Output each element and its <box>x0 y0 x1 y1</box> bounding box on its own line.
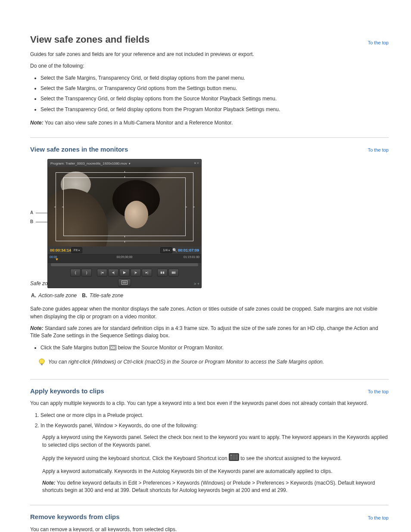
lightbulb-icon <box>39 358 47 368</box>
list-item: Select the Safe Margins, Transparency Gr… <box>40 75 389 82</box>
list-item: Select the Transparency Grid, or field d… <box>40 106 389 113</box>
to-top-link-3[interactable]: To the top <box>368 389 389 395</box>
export-frame-button[interactable] <box>118 279 131 286</box>
to-top-link-2[interactable]: To the top <box>368 147 389 154</box>
do-one-paragraph: Do one of the following: <box>30 62 389 70</box>
kw-note: Note: You define keyword defaults in Edi… <box>42 479 389 495</box>
divider <box>30 505 389 505</box>
transport-controls: { } |◂ ◂| ▶ |▸ ▸| <box>48 267 201 277</box>
go-to-out-button[interactable]: ▸| <box>142 269 152 277</box>
step-forward-button[interactable]: |▸ <box>131 269 141 277</box>
zoom-dropdown[interactable]: 1/4 <box>160 247 172 253</box>
svg-rect-2 <box>172 271 173 274</box>
intro-paragraph: Guides for safe zones and fields are for… <box>30 51 389 58</box>
step-back-button[interactable]: ◂| <box>108 269 118 277</box>
kw-apply-auto: Apply a keyword automatically. Keywords … <box>42 468 389 475</box>
program-monitor-panel: Program: Trailer_0003_nocredits_1920x108… <box>47 159 202 288</box>
magnify-icon[interactable] <box>172 248 178 253</box>
svg-rect-10 <box>124 283 125 283</box>
divider <box>30 379 389 380</box>
kw-step-2: In the Keywords panel, Window > Keywords… <box>40 422 389 429</box>
note-label: Note: <box>30 325 44 331</box>
lift-button[interactable] <box>157 269 168 277</box>
note-text: You can also view safe zones in a Multi-… <box>45 120 233 126</box>
svg-point-24 <box>230 455 231 456</box>
play-button[interactable]: ▶ <box>119 269 130 277</box>
svg-rect-0 <box>161 271 162 274</box>
tip: You can right-click (Windows) or Ctrl-cl… <box>39 358 389 368</box>
svg-rect-5 <box>122 280 128 284</box>
program-monitor-figure: A B Program: Trailer_0003_nocredits_1920… <box>30 159 389 277</box>
kw-intro: You can apply multiple keywords to a cli… <box>30 400 389 407</box>
svg-rect-1 <box>163 271 164 274</box>
kw-step-1: Select one or more clips in a Prelude pr… <box>40 412 389 419</box>
note-2: Note: Standard safe zones are for standa… <box>30 325 389 340</box>
monitor-title-text: Program: Trailer_0003_nocredits_1920x108… <box>50 161 131 166</box>
section-heading-safezones: View safe zones in the monitors <box>30 145 128 154</box>
svg-rect-3 <box>173 271 174 274</box>
mark-out-button[interactable]: } <box>81 269 92 277</box>
tip-text: You can right-click (Windows) or Ctrl-cl… <box>48 358 324 366</box>
divider <box>30 137 389 138</box>
timecode-left[interactable]: 00:00:34:14 <box>50 248 71 253</box>
page-title: View safe zones and fields <box>30 33 149 47</box>
svg-rect-8 <box>125 282 126 283</box>
svg-rect-16 <box>41 364 43 364</box>
svg-rect-9 <box>123 283 124 283</box>
safe-options-list: Select the Safe Margins, Transparency Gr… <box>30 75 389 114</box>
safezone-desc: Safe-zone guides appear when the monitor… <box>30 305 389 320</box>
safe-margin-step: Click the Safe Margins button below the … <box>40 344 389 352</box>
svg-rect-17 <box>41 364 43 365</box>
monitor-infobar: 00:00:34:14 Fit 1/4 00:01:07:09 <box>48 246 201 254</box>
ruler-label-right: 01:15:01:00 <box>184 255 199 259</box>
svg-rect-4 <box>175 271 176 274</box>
list-item: Select the Transparency Grid, or field d… <box>40 95 389 103</box>
go-to-in-button[interactable]: |◂ <box>97 269 107 277</box>
note-1: Note: You can also view safe zones in a … <box>30 119 389 127</box>
to-top-link-4[interactable]: To the top <box>368 515 389 522</box>
remove-intro: You can remove a keyword, or all keyword… <box>30 526 389 532</box>
zoom-scrollbar[interactable] <box>48 262 201 267</box>
safe-margins-icon <box>109 345 116 352</box>
monitor-viewport <box>48 167 201 246</box>
list-item: Select the Safe Margins, or Transparency… <box>40 85 389 92</box>
ruler-label-center: 00;05;00;00 <box>117 255 133 259</box>
time-ruler[interactable]: 00:00 00;05;00;00 01:15:01:00 <box>48 254 201 262</box>
kw-apply-panel: Apply a keyword using the Keywords panel… <box>42 434 389 449</box>
note-label: Note: <box>30 120 44 126</box>
svg-rect-6 <box>123 282 124 283</box>
section-heading-remove: Remove keywords from clips <box>30 512 120 522</box>
fit-dropdown[interactable]: Fit <box>71 247 82 253</box>
kw-apply-shortcut: Apply the keyword using the keyboard sho… <box>42 453 389 463</box>
mark-in-button[interactable]: { <box>70 269 81 277</box>
figure-key: A. Action-safe zone B. Title-safe zone <box>30 292 389 299</box>
to-top-link-1[interactable]: To the top <box>368 40 389 47</box>
note-text: Standard safe zones are for standard def… <box>30 325 378 339</box>
title-safe-overlay <box>63 177 186 236</box>
section-heading-keywords: Apply keywords to clips <box>30 386 104 396</box>
panel-menu-icon[interactable]: ▾ ≡ <box>194 161 199 165</box>
extract-button[interactable] <box>168 269 179 277</box>
svg-rect-7 <box>124 282 125 283</box>
monitor-titlebar: Program: Trailer_0003_nocredits_1920x108… <box>48 159 201 167</box>
keyboard-shortcut-icon <box>229 453 239 463</box>
playhead-icon[interactable] <box>56 258 58 261</box>
svg-rect-11 <box>125 283 126 283</box>
button-editor-icon[interactable]: > + <box>194 281 199 287</box>
timecode-right: 00:01:07:09 <box>178 248 199 253</box>
